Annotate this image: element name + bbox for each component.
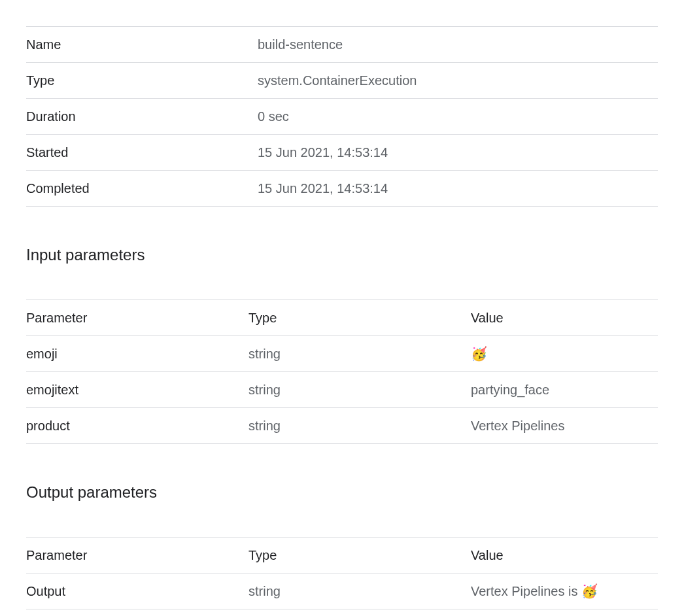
column-header-type: Type xyxy=(248,538,471,573)
detail-value: 15 Jun 2021, 14:53:14 xyxy=(258,135,658,171)
output-parameters-table: Parameter Type Value Output string Verte… xyxy=(26,537,658,609)
parameter-name: emojitext xyxy=(26,372,248,408)
table-row: Type system.ContainerExecution xyxy=(26,63,658,99)
detail-value: 15 Jun 2021, 14:53:14 xyxy=(258,171,658,207)
parameter-name: Output xyxy=(26,573,248,609)
detail-value: system.ContainerExecution xyxy=(258,63,658,99)
parameter-type: string xyxy=(248,573,471,609)
parameter-type: string xyxy=(248,336,471,372)
parameter-type: string xyxy=(248,408,471,444)
table-row: Name build-sentence xyxy=(26,27,658,63)
detail-value: 0 sec xyxy=(258,99,658,135)
detail-label: Duration xyxy=(26,99,258,135)
parameter-value: partying_face xyxy=(471,372,658,408)
column-header-parameter: Parameter xyxy=(26,538,248,573)
details-table: Name build-sentence Type system.Containe… xyxy=(26,26,658,207)
parameter-value: 🥳 xyxy=(471,336,658,372)
column-header-parameter: Parameter xyxy=(26,300,248,336)
output-parameters-heading: Output parameters xyxy=(26,483,658,502)
parameter-value: Vertex Pipelines is 🥳 xyxy=(471,573,658,609)
table-row: product string Vertex Pipelines xyxy=(26,408,658,444)
detail-label: Completed xyxy=(26,171,258,207)
input-parameters-table: Parameter Type Value emoji string 🥳 emoj… xyxy=(26,299,658,444)
table-row: Started 15 Jun 2021, 14:53:14 xyxy=(26,135,658,171)
table-row: emoji string 🥳 xyxy=(26,336,658,372)
column-header-value: Value xyxy=(471,300,658,336)
detail-value: build-sentence xyxy=(258,27,658,63)
input-parameters-heading: Input parameters xyxy=(26,246,658,264)
table-row: emojitext string partying_face xyxy=(26,372,658,408)
column-header-type: Type xyxy=(248,300,471,336)
table-header-row: Parameter Type Value xyxy=(26,538,658,573)
parameter-type: string xyxy=(248,372,471,408)
detail-label: Started xyxy=(26,135,258,171)
detail-label: Name xyxy=(26,27,258,63)
table-row: Output string Vertex Pipelines is 🥳 xyxy=(26,573,658,609)
table-header-row: Parameter Type Value xyxy=(26,300,658,336)
table-row: Completed 15 Jun 2021, 14:53:14 xyxy=(26,171,658,207)
parameter-name: product xyxy=(26,408,248,444)
detail-label: Type xyxy=(26,63,258,99)
parameter-name: emoji xyxy=(26,336,248,372)
column-header-value: Value xyxy=(471,538,658,573)
parameter-value: Vertex Pipelines xyxy=(471,408,658,444)
table-row: Duration 0 sec xyxy=(26,99,658,135)
